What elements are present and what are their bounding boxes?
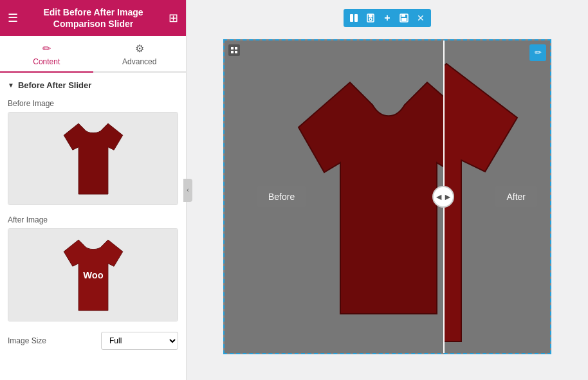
after-tshirt-svg: Woo bbox=[58, 233, 129, 317]
tab-content-label: Content bbox=[33, 57, 60, 66]
image-size-select[interactable]: Full Large Medium Thumbnail bbox=[101, 332, 178, 350]
svg-rect-11 bbox=[231, 51, 234, 53]
section-header: ▼ Before After Slider bbox=[8, 80, 178, 90]
main-area: + ✕ ✏ bbox=[187, 0, 588, 380]
tab-content[interactable]: ✏ Content bbox=[0, 36, 93, 73]
tab-advanced[interactable]: ⚙ Advanced bbox=[93, 36, 187, 71]
before-image-preview[interactable] bbox=[8, 112, 178, 205]
edit-button[interactable]: ✏ bbox=[529, 44, 546, 61]
sidebar-title: Edit Before After Image Comparison Slide… bbox=[26, 6, 161, 30]
after-image-preview[interactable]: Woo bbox=[8, 228, 178, 321]
plus-icon: + bbox=[384, 12, 390, 24]
tabs-container: ✏ Content ⚙ Advanced bbox=[0, 36, 186, 73]
save-icon bbox=[400, 14, 409, 23]
widget-toolbar: + ✕ bbox=[344, 9, 431, 27]
canvas-wrapper: ✏ Woo ◄► Before After bbox=[223, 39, 551, 354]
svg-rect-10 bbox=[235, 47, 237, 50]
advanced-tab-icon: ⚙ bbox=[135, 42, 144, 55]
before-image-label: Before Image bbox=[8, 99, 178, 108]
save-template-icon bbox=[366, 14, 375, 23]
svg-rect-9 bbox=[231, 47, 234, 50]
svg-rect-2 bbox=[354, 14, 358, 22]
toolbar-close-button[interactable]: ✕ bbox=[413, 10, 428, 26]
after-tshirt-container: Woo bbox=[8, 229, 178, 321]
toolbar-add-button[interactable]: + bbox=[380, 10, 395, 26]
svg-text:Woo: Woo bbox=[83, 269, 104, 280]
svg-rect-7 bbox=[401, 14, 405, 17]
section-title: Before After Slider bbox=[18, 80, 91, 90]
grid-icon[interactable]: ⊞ bbox=[169, 11, 178, 25]
image-size-label: Image Size bbox=[8, 336, 46, 345]
columns-icon bbox=[349, 14, 358, 23]
toolbar-columns-button[interactable] bbox=[346, 10, 362, 26]
after-label: After bbox=[495, 186, 537, 207]
collapse-handle[interactable]: ‹ bbox=[183, 179, 192, 202]
after-image-label: After Image bbox=[8, 215, 178, 224]
image-size-row: Image Size Full Large Medium Thumbnail bbox=[8, 332, 178, 350]
tab-advanced-label: Advanced bbox=[122, 57, 156, 66]
menu-icon[interactable]: ☰ bbox=[8, 11, 18, 25]
before-tshirt-container bbox=[8, 113, 178, 204]
svg-point-5 bbox=[369, 18, 372, 21]
svg-rect-8 bbox=[401, 18, 407, 21]
sidebar-header: ☰ Edit Before After Image Comparison Sli… bbox=[0, 0, 186, 36]
panel-content: ▼ Before After Slider Before Image After… bbox=[0, 73, 186, 380]
toolbar-save-template-button[interactable] bbox=[363, 10, 378, 26]
before-tshirt-svg bbox=[58, 117, 129, 201]
svg-rect-4 bbox=[369, 14, 372, 17]
toolbar-save-button[interactable] bbox=[396, 10, 412, 26]
sidebar: ☰ Edit Before After Image Comparison Sli… bbox=[0, 0, 187, 380]
content-tab-icon: ✏ bbox=[42, 42, 51, 55]
before-label: Before bbox=[257, 186, 306, 207]
section-arrow: ▼ bbox=[8, 82, 14, 89]
svg-rect-12 bbox=[235, 51, 237, 53]
collapse-arrow: ‹ bbox=[187, 186, 188, 194]
svg-rect-1 bbox=[350, 14, 353, 22]
slider-handle[interactable]: ◄► bbox=[432, 186, 454, 208]
canvas-corner-indicator bbox=[228, 44, 240, 56]
